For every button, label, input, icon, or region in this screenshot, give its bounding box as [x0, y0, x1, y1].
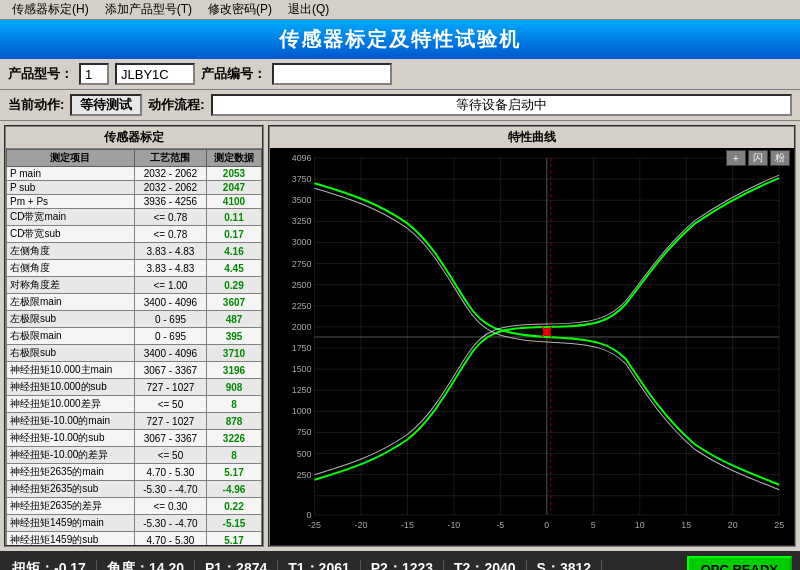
row-range: 0 - 695 — [134, 311, 206, 328]
chart-controls: + 闪 粉 — [726, 150, 790, 166]
row-range: -5.30 - -4.70 — [134, 515, 206, 532]
opc-status: OPC READY — [687, 556, 792, 571]
row-data: 8 — [206, 396, 261, 413]
row-name: 右极限sub — [7, 345, 135, 362]
col-header-data: 测定数据 — [206, 150, 261, 167]
table-row: 左极限sub0 - 695487 — [7, 311, 262, 328]
table-row: 神经扭矩-10.00的差异<= 508 — [7, 447, 262, 464]
table-row: 对称角度差<= 1.000.29 — [7, 277, 262, 294]
row-data: 2053 — [206, 167, 261, 181]
chart-area: + 闪 粉 — [270, 148, 794, 545]
chart-btn-flash[interactable]: 闪 — [748, 150, 768, 166]
table-row: 神经扭矩2635的sub-5.30 - -4.70-4.96 — [7, 481, 262, 498]
svg-text:2750: 2750 — [292, 259, 312, 269]
row-range: <= 0.30 — [134, 498, 206, 515]
row-name: 神经扭矩1459的main — [7, 515, 135, 532]
row-name: 神经扭矩-10.00的main — [7, 413, 135, 430]
svg-text:750: 750 — [297, 427, 312, 437]
menu-item-quit[interactable]: 退出(Q) — [280, 0, 337, 20]
table-row: 神经扭矩-10.00的sub3067 - 33673226 — [7, 430, 262, 447]
row-data: 0.29 — [206, 277, 261, 294]
svg-text:10: 10 — [635, 520, 645, 530]
svg-text:-20: -20 — [355, 520, 368, 530]
row-data: 0.17 — [206, 226, 261, 243]
left-panel: 传感器标定 测定项目 工艺范围 测定数据 P main2032 - 206220… — [4, 125, 264, 547]
svg-text:250: 250 — [297, 470, 312, 480]
svg-text:5: 5 — [591, 520, 596, 530]
col-header-name: 测定项目 — [7, 150, 135, 167]
left-panel-title: 传感器标定 — [6, 127, 262, 149]
p1-display: P1：2874 — [195, 560, 278, 570]
row-data: 2047 — [206, 181, 261, 195]
characteristic-chart: 4096 3750 3500 3250 3000 2750 2500 2250 … — [270, 148, 794, 545]
row-name: 神经扭矩2635的差异 — [7, 498, 135, 515]
main-content: 传感器标定 测定项目 工艺范围 测定数据 P main2032 - 206220… — [0, 121, 800, 551]
svg-text:-25: -25 — [308, 520, 321, 530]
row-range: 3067 - 3367 — [134, 430, 206, 447]
row-data: 8 — [206, 447, 261, 464]
svg-text:500: 500 — [297, 448, 312, 458]
current-action-box: 等待测试 — [70, 94, 142, 116]
sensor-table: 测定项目 工艺范围 测定数据 P main2032 - 20622053P su… — [6, 149, 262, 545]
row-data: 5.17 — [206, 532, 261, 546]
chart-btn-plus[interactable]: + — [726, 150, 746, 166]
row-data: 3226 — [206, 430, 261, 447]
row-data: 3607 — [206, 294, 261, 311]
row-range: 3400 - 4096 — [134, 345, 206, 362]
svg-text:1000: 1000 — [292, 406, 312, 416]
svg-text:2250: 2250 — [292, 301, 312, 311]
row-name: 左极限main — [7, 294, 135, 311]
p2-display: P2：1223 — [361, 560, 444, 570]
row-range: 727 - 1027 — [134, 379, 206, 396]
torque-display: 扭矩：-0.17 — [8, 560, 97, 570]
model-input[interactable] — [115, 63, 195, 85]
table-row: 右极限sub3400 - 40963710 — [7, 345, 262, 362]
table-row: P main2032 - 20622053 — [7, 167, 262, 181]
table-row: 神经扭矩2635的main4.70 - 5.305.17 — [7, 464, 262, 481]
row-range: 2032 - 2062 — [134, 181, 206, 195]
row-name: 神经扭矩2635的sub — [7, 481, 135, 498]
menu-item-calibration[interactable]: 传感器标定(H) — [4, 0, 97, 20]
row-range: 727 - 1027 — [134, 413, 206, 430]
svg-text:3000: 3000 — [292, 237, 312, 247]
svg-text:20: 20 — [728, 520, 738, 530]
row-name: 神经扭矩1459的sub — [7, 532, 135, 546]
row-name: CD带宽sub — [7, 226, 135, 243]
row-data: 4100 — [206, 195, 261, 209]
svg-text:-10: -10 — [447, 520, 460, 530]
row-name: CD带宽main — [7, 209, 135, 226]
row-range: <= 0.78 — [134, 226, 206, 243]
app-title: 传感器标定及特性试验机 — [0, 20, 800, 59]
t2-display: T2：2040 — [444, 560, 527, 570]
product-num-input[interactable] — [79, 63, 109, 85]
row-range: 2032 - 2062 — [134, 167, 206, 181]
menu-item-add-product[interactable]: 添加产品型号(T) — [97, 0, 200, 20]
row-range: -5.30 - -4.70 — [134, 481, 206, 498]
right-panel-title: 特性曲线 — [270, 127, 794, 148]
table-row: 右侧角度3.83 - 4.834.45 — [7, 260, 262, 277]
menu-item-change-password[interactable]: 修改密码(P) — [200, 0, 280, 20]
table-row: 神经扭矩10.000主main3067 - 33673196 — [7, 362, 262, 379]
row-range: 3.83 - 4.83 — [134, 260, 206, 277]
action-flow-box: 等待设备启动中 — [211, 94, 792, 116]
col-header-range: 工艺范围 — [134, 150, 206, 167]
menubar: 传感器标定(H) 添加产品型号(T) 修改密码(P) 退出(Q) — [0, 0, 800, 20]
row-data: -4.96 — [206, 481, 261, 498]
row-range: <= 0.78 — [134, 209, 206, 226]
chart-btn-pink[interactable]: 粉 — [770, 150, 790, 166]
table-row: Pm + Ps3936 - 42564100 — [7, 195, 262, 209]
row-range: <= 50 — [134, 447, 206, 464]
infobar: 产品型号： 产品编号： — [0, 59, 800, 90]
svg-text:2500: 2500 — [292, 280, 312, 290]
row-range: 3400 - 4096 — [134, 294, 206, 311]
row-name: 右侧角度 — [7, 260, 135, 277]
product-code-input[interactable] — [272, 63, 392, 85]
action-flow-label: 动作流程: — [148, 96, 204, 114]
product-code-label: 产品编号： — [201, 65, 266, 83]
row-name: 对称角度差 — [7, 277, 135, 294]
row-name: 神经扭矩-10.00的差异 — [7, 447, 135, 464]
svg-text:4096: 4096 — [292, 153, 312, 163]
actionbar: 当前动作: 等待测试 动作流程: 等待设备启动中 — [0, 90, 800, 121]
row-range: <= 1.00 — [134, 277, 206, 294]
svg-text:1250: 1250 — [292, 385, 312, 395]
